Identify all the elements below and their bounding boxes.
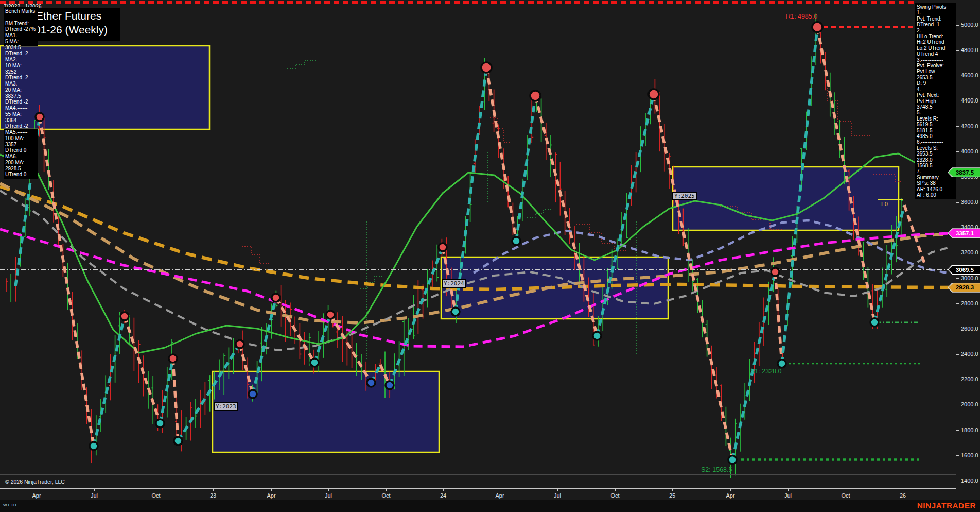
- top-dashed-trend-line: [0, 1, 915, 4]
- time-axis-label: Apr: [267, 492, 275, 499]
- price-axis-tick: [956, 228, 959, 228]
- price-axis-label: 3200.0: [961, 249, 978, 255]
- time-axis-tick: [615, 489, 616, 491]
- benchmarks-panel: Bench Marks ------------- BM Trend: DTre…: [5, 8, 36, 178]
- swing-line: [173, 359, 178, 441]
- time-axis-tick: [500, 489, 500, 491]
- time-axis-tick: [328, 489, 329, 491]
- swing-high-marker: [36, 113, 44, 121]
- swing-line: [516, 96, 535, 241]
- chart-window: 7/2022 - 1/2026 Ether Futures 01-26 (Wee…: [0, 0, 980, 512]
- time-axis-label: Jul: [784, 492, 792, 499]
- time-axis-tick: [94, 489, 95, 491]
- time-axis-tick: [672, 489, 673, 491]
- price-axis-tick: [956, 329, 959, 329]
- price-axis-tick: [956, 76, 959, 76]
- price-axis-label: 4000.0: [961, 148, 978, 155]
- swing-low-marker: [386, 381, 394, 389]
- price-axis[interactable]: 5000.04800.04600.04400.04200.04000.03800…: [956, 0, 980, 488]
- price-tag-rim: 2928.3: [948, 283, 980, 293]
- swing-high-marker: [530, 91, 540, 101]
- year-box: [673, 167, 899, 230]
- price-axis-label: 4200.0: [961, 123, 978, 129]
- swing-high-marker: [236, 340, 244, 348]
- time-axis-tick: [557, 489, 558, 491]
- price-axis-tick: [956, 354, 959, 355]
- price-axis-label: 1800.0: [961, 427, 978, 433]
- time-axis-label: Jul: [554, 492, 561, 499]
- swing-low-marker: [367, 379, 375, 387]
- price-axis-tick: [956, 303, 959, 304]
- s1-level-label: S1: 2328.0: [750, 368, 781, 375]
- price-axis-label: 2800.0: [961, 300, 978, 306]
- price-tag: 3357.1: [949, 229, 980, 237]
- swing-low-marker: [90, 442, 98, 450]
- year-box: [213, 371, 439, 452]
- ninjatrader-logo: NINJATRADER: [917, 501, 976, 510]
- time-axis-tick: [903, 489, 903, 491]
- swing-low-marker: [174, 437, 182, 445]
- time-axis-tick: [443, 489, 444, 491]
- chart-canvas[interactable]: [0, 0, 956, 488]
- swing-line: [125, 316, 160, 423]
- price-tag: 2928.3: [949, 283, 980, 292]
- swing-high-marker: [326, 311, 335, 319]
- time-axis[interactable]: AprJulOct23AprJulOct24AprJulOct25AprJulO…: [0, 488, 956, 500]
- f0-level-label: F0: [881, 201, 888, 207]
- time-axis-tick: [730, 489, 731, 491]
- pivot-step-line: [828, 88, 870, 136]
- price-axis-label: 2600.0: [961, 326, 978, 332]
- price-axis-label: 4400.0: [961, 97, 978, 104]
- time-axis-label: Oct: [151, 492, 160, 499]
- time-axis-label: Apr: [495, 492, 504, 499]
- pivot-step-line: [490, 117, 511, 142]
- pivot-step-line: [242, 246, 269, 264]
- time-axis-tick: [271, 489, 272, 491]
- swing-high-marker: [649, 89, 659, 99]
- time-axis-label: Oct: [610, 492, 619, 499]
- price-axis-tick: [956, 278, 959, 279]
- chart-area[interactable]: [0, 0, 956, 488]
- time-axis-tick: [386, 489, 387, 491]
- pivot-step-line: [360, 276, 383, 288]
- price-axis-tick: [956, 151, 959, 152]
- price-axis-label: 3600.0: [961, 199, 978, 205]
- time-axis-label: Jul: [325, 492, 332, 499]
- swing-low-marker: [249, 390, 257, 398]
- price-axis-tick: [956, 101, 959, 101]
- swing-high-marker: [439, 243, 447, 251]
- price-axis-tick: [956, 202, 959, 203]
- swing-high-marker: [771, 268, 779, 276]
- chart-title-line1: Ether Futures: [36, 10, 101, 22]
- price-axis-tick: [956, 481, 959, 481]
- footer-divider: [0, 474, 956, 475]
- price-axis-tick: [956, 50, 959, 51]
- time-axis-label: 24: [440, 492, 446, 499]
- time-axis-label: 23: [210, 492, 216, 499]
- swing-line: [276, 298, 314, 363]
- time-axis-tick: [846, 489, 846, 491]
- price-axis-label: 4600.0: [961, 72, 978, 78]
- swing-low-marker: [156, 419, 164, 428]
- price-axis-tick: [956, 126, 959, 127]
- time-axis-label: Apr: [32, 492, 41, 499]
- price-axis-tick: [956, 430, 959, 431]
- s2-level-label: S2: 1568.5: [701, 466, 732, 473]
- swing-low-marker: [778, 360, 786, 368]
- price-axis-tick: [956, 253, 959, 253]
- swing-high-marker: [812, 22, 822, 32]
- swing-line: [94, 316, 125, 446]
- price-tag-rim: 3837.5: [948, 167, 980, 177]
- instrument-tab[interactable]: W ETH: [3, 503, 16, 507]
- price-axis-label: 4800.0: [961, 47, 978, 53]
- swing-low-marker: [512, 237, 520, 245]
- time-axis-label: Oct: [841, 492, 850, 499]
- swing-low-marker: [310, 359, 319, 367]
- year-marker-label: Y:2023: [214, 402, 238, 411]
- time-axis-label: Jul: [91, 492, 98, 499]
- time-axis-tick: [37, 489, 37, 491]
- pivot-step-line: [287, 60, 316, 69]
- price-axis-label: 2000.0: [961, 401, 978, 407]
- time-axis-tick: [156, 489, 156, 491]
- time-axis-label: Apr: [726, 492, 734, 499]
